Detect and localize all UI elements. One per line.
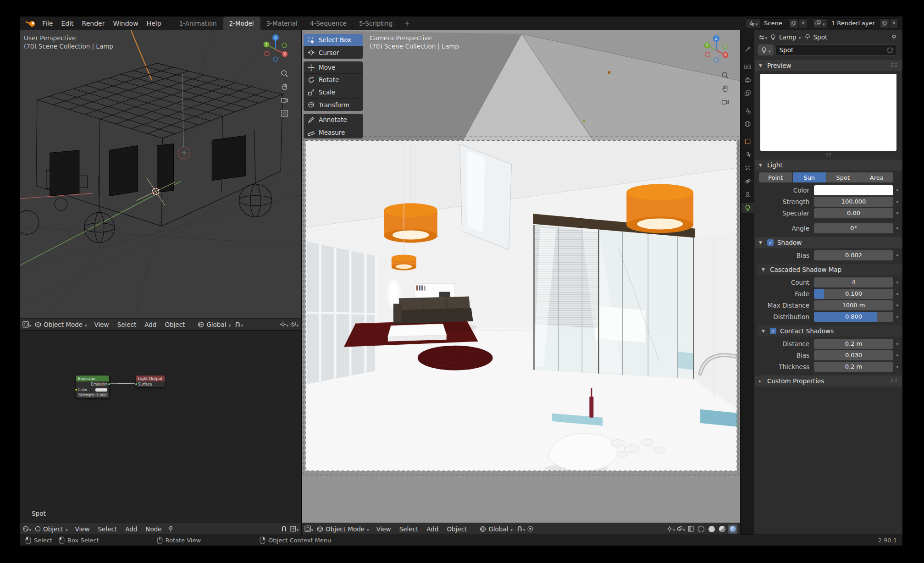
id-browse-button[interactable] [758,44,774,55]
emission-node[interactable]: Emission Emission Color Strength1.000 [76,375,110,398]
light-type-sun[interactable]: Sun [793,172,826,182]
viewport-user-perspective[interactable]: User Perspective (70) Scene Collection |… [20,30,302,331]
tab-output[interactable] [741,75,754,85]
animate-dot[interactable] [896,189,898,191]
tab-constraints[interactable] [741,189,754,200]
view-layer-name[interactable]: 1 RenderLayer [827,19,879,28]
editor-type-button[interactable] [304,524,313,533]
animate-dot[interactable] [896,316,898,318]
color-swatch[interactable] [95,388,107,392]
tab-render[interactable] [741,61,754,72]
xray-toggle[interactable] [686,524,695,533]
menu-add[interactable]: Add [141,319,160,331]
shadow-bias-field[interactable]: 0.002 [814,250,893,260]
menu-select[interactable]: Select [114,319,140,331]
output-socket[interactable] [108,383,111,386]
menu-add[interactable]: Add [122,523,141,535]
light-type-point[interactable]: Point [759,172,792,182]
tab-scene[interactable] [741,105,754,116]
menu-window[interactable]: Window [109,17,142,30]
overlays-toggle[interactable] [676,524,685,533]
editor-type-button[interactable] [22,524,31,533]
snap-toggle[interactable] [234,320,243,329]
input-socket[interactable] [75,388,77,391]
view-layer-browse-button[interactable] [813,19,827,28]
snap-toggle[interactable] [280,524,288,533]
gizmo-toggle[interactable] [280,320,288,329]
view-layer-remove-button[interactable]: ✕ [889,19,898,28]
viewport-camera-perspective[interactable]: Camera Perspective (70) Scene Collection… [302,30,741,535]
mode-selector[interactable]: Object Mode [32,320,90,330]
orientation-selector[interactable]: Global [477,524,515,534]
menu-help[interactable]: Help [143,17,166,30]
preview-resize-grip[interactable] [754,152,902,158]
color-swatch[interactable] [814,185,893,195]
tab-object[interactable] [741,136,754,147]
overlays-toggle[interactable] [290,320,299,329]
animate-dot[interactable] [896,282,898,283]
scene-browse-button[interactable] [746,19,760,28]
tab-sequence[interactable]: 4-Sequence [304,17,353,30]
menu-add[interactable]: Add [423,523,442,535]
specular-field[interactable]: 0.00 [814,208,893,218]
name-input[interactable]: Spot [775,44,897,55]
menu-object[interactable]: Object [161,319,188,331]
tab-particles[interactable] [741,163,754,173]
shading-solid-button[interactable] [707,524,716,534]
orientation-selector[interactable]: Global [195,320,233,330]
contact-bias-field[interactable]: 0.030 [814,350,893,360]
pan-hand-icon[interactable] [281,83,288,91]
menu-select[interactable]: Select [396,523,422,535]
mode-selector[interactable]: Object Mode [314,524,372,534]
drag-handle-icon[interactable] [890,378,898,384]
light-type-area[interactable]: Area [860,172,894,182]
tab-animation[interactable]: 1-Animation [173,17,223,30]
shadow-checkbox[interactable] [767,239,774,246]
drag-handle-icon[interactable] [890,62,898,69]
light-output-node-header[interactable]: Light Output [136,375,165,381]
cascaded-shadow-map-header[interactable]: Cascaded Shadow Map [758,264,902,275]
contact-thickness-field[interactable]: 0.2 m [814,362,893,372]
strength-field[interactable]: 100.000 [814,197,893,207]
menu-node[interactable]: Node [142,523,165,535]
fake-user-shield-icon[interactable] [887,47,893,53]
shader-type-selector[interactable]: Object [32,524,71,534]
max-distance-field[interactable]: 1000 m [814,300,893,310]
proportional-edit-toggle[interactable] [526,524,535,533]
menu-select[interactable]: Select [94,523,121,535]
angle-field[interactable]: 0° [814,223,893,233]
wireframe-scene[interactable]: User Perspective (70) Scene Collection |… [20,30,301,318]
tab-physics[interactable] [741,176,754,187]
scene-unlink-button[interactable]: ✕ [798,19,808,28]
shadow-section-header[interactable]: Shadow [755,237,902,248]
tab-model[interactable]: 2-Model [223,17,260,30]
contact-shadows-header[interactable]: Contact Shadows [758,326,902,337]
shading-rendered-button[interactable] [728,524,737,534]
scene-name[interactable]: Scene [760,19,788,28]
menu-edit[interactable]: Edit [57,17,77,30]
light-section-header[interactable]: Light [755,160,902,171]
strength-field[interactable]: Strength1.000 [77,393,108,397]
shading-wireframe-button[interactable] [697,524,706,534]
light-type-spot[interactable]: Spot [826,172,860,182]
custom-properties-header[interactable]: Custom Properties [755,375,902,386]
animate-dot[interactable] [896,201,898,203]
input-socket[interactable] [135,383,138,386]
zoom-icon[interactable] [281,70,288,77]
animate-dot[interactable] [896,293,898,295]
view-layer-copy-button[interactable] [879,19,889,28]
editor-type-button[interactable] [758,33,767,42]
tool-select-box[interactable]: Select Box [304,34,363,46]
tab-scripting[interactable]: 5-Scripting [353,17,399,30]
blender-logo[interactable] [25,19,37,28]
shader-editor[interactable]: Emission Emission Color Strength1.000 Li… [20,331,302,535]
pan-hand-icon[interactable] [721,85,729,93]
distribution-slider[interactable]: 0.800 [814,312,893,322]
tool-move[interactable]: Move [304,61,363,74]
menu-object[interactable]: Object [443,523,470,535]
gizmo-toggle[interactable] [666,524,675,533]
menu-view[interactable]: View [72,523,94,535]
camera-view-icon[interactable] [721,98,729,106]
node-canvas[interactable]: Emission Emission Color Strength1.000 Li… [20,331,301,523]
menu-view[interactable]: View [373,523,395,535]
